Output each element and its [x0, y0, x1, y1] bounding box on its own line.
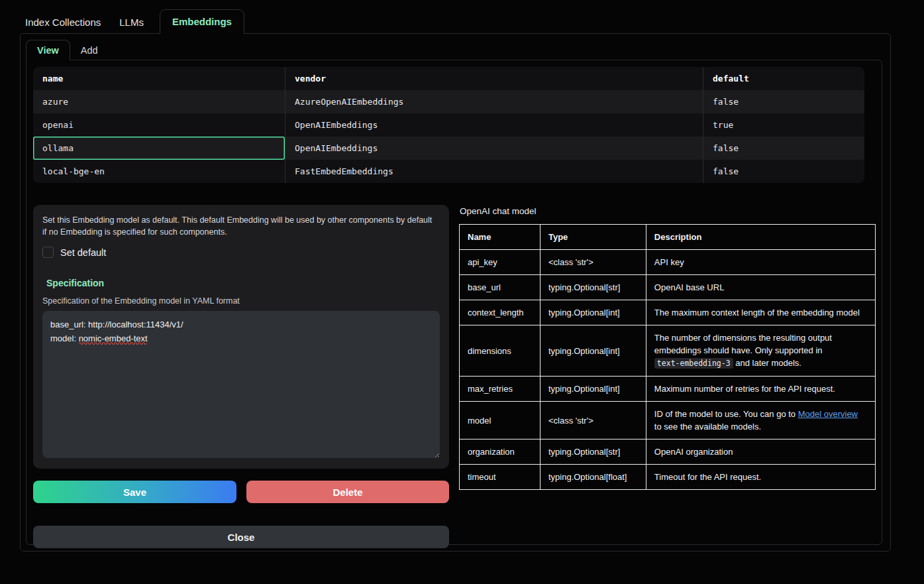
- param-description: OpenAI base URL: [646, 275, 875, 300]
- specification-heading: Specification: [46, 278, 440, 288]
- cell-name[interactable]: ollama: [33, 137, 285, 160]
- params-table: Name Type Description api_key<class 'str…: [459, 224, 876, 490]
- params-table-header: Name Type Description: [460, 225, 876, 250]
- tab-index-collections[interactable]: Index Collections: [20, 11, 110, 34]
- embedding-row-local-bge-en[interactable]: local-bge-enFastEmbedEmbeddingsfalse: [33, 160, 864, 183]
- param-row-timeout: timeouttyping.Optional[float]Timeout for…: [460, 465, 876, 490]
- tab-add[interactable]: Add: [70, 40, 109, 60]
- cell-name[interactable]: openai: [33, 113, 285, 137]
- param-type: <class 'str'>: [540, 402, 646, 439]
- embeddings-table: name vendor default azureAzureOpenAIEmbe…: [33, 67, 864, 183]
- param-row-organization: organizationtyping.Optional[str]OpenAI o…: [460, 439, 876, 465]
- param-name: max_retries: [460, 377, 540, 402]
- set-default-row: Set default: [42, 247, 440, 258]
- sub-tab-bar: View Add: [26, 40, 890, 60]
- yaml-spec-textarea[interactable]: base_url: http://localhost:11434/v1/ mod…: [42, 311, 440, 458]
- cell-name[interactable]: local-bge-en: [33, 160, 285, 183]
- set-default-checkbox[interactable]: [42, 247, 54, 258]
- description-text: Maximum number of retries for the API re…: [654, 384, 835, 394]
- embeddings-table-header: name vendor default: [33, 67, 864, 90]
- params-column-name: Name: [460, 225, 540, 250]
- inline-code: text-embedding-3: [654, 358, 733, 369]
- param-description: API key: [646, 250, 875, 275]
- top-tab-bar: Index Collections LLMs Embeddings: [20, 9, 924, 34]
- embeddings-panel: View Add name vendor default azureAzureO…: [20, 33, 891, 552]
- param-type: typing.Optional[int]: [540, 300, 646, 325]
- param-row-api_key: api_key<class 'str'>API key: [460, 250, 876, 275]
- column-header-name: name: [33, 67, 285, 90]
- description-text: and later models.: [733, 358, 801, 368]
- param-row-base_url: base_urltyping.Optional[str]OpenAI base …: [460, 275, 876, 300]
- cell-vendor[interactable]: OpenAIEmbeddings: [285, 137, 703, 160]
- param-row-max_retries: max_retriestyping.Optional[int]Maximum n…: [460, 377, 876, 402]
- param-name: context_length: [460, 300, 540, 325]
- specification-sublabel: Specification of the Embedding model in …: [42, 296, 440, 306]
- param-description: Maximum number of retries for the API re…: [646, 377, 875, 402]
- tab-view[interactable]: View: [26, 40, 70, 60]
- model-overview-link[interactable]: Model overview: [798, 409, 858, 419]
- column-header-vendor: vendor: [285, 67, 703, 90]
- param-description: The maximum context length of the embedd…: [646, 300, 875, 325]
- param-type: typing.Optional[int]: [540, 325, 646, 377]
- cell-vendor[interactable]: OpenAIEmbeddings: [285, 113, 703, 137]
- param-description: OpenAI organization: [646, 439, 875, 465]
- description-text: OpenAI base URL: [654, 282, 725, 292]
- set-default-label: Set default: [60, 247, 106, 258]
- description-text: ID of the model to use. You can go to: [654, 409, 798, 419]
- tab-embeddings[interactable]: Embeddings: [160, 9, 244, 34]
- param-name: base_url: [460, 275, 540, 300]
- param-description: Timeout for the API request.: [646, 465, 875, 490]
- param-type: <class 'str'>: [540, 250, 646, 275]
- cell-vendor[interactable]: AzureOpenAIEmbeddings: [285, 90, 703, 113]
- description-text: API key: [654, 257, 684, 267]
- param-name: timeout: [460, 465, 540, 490]
- default-settings-card: Set this Embedding model as default. Thi…: [33, 205, 449, 469]
- param-type: typing.Optional[str]: [540, 275, 646, 300]
- param-type: typing.Optional[str]: [540, 439, 646, 465]
- cell-default[interactable]: false: [703, 137, 864, 160]
- description-text: Timeout for the API request.: [654, 472, 761, 482]
- cell-default[interactable]: false: [703, 90, 864, 113]
- param-type: typing.Optional[float]: [540, 465, 646, 490]
- save-button[interactable]: Save: [33, 481, 236, 503]
- view-panel: name vendor default azureAzureOpenAIEmbe…: [26, 60, 882, 545]
- param-description: ID of the model to use. You can go to Mo…: [646, 402, 875, 439]
- params-panel-title: OpenAI chat model: [460, 206, 876, 216]
- description-text: The number of dimensions the resulting o…: [654, 333, 832, 355]
- page: Index Collections LLMs Embeddings View A…: [0, 0, 924, 584]
- param-row-dimensions: dimensionstyping.Optional[int]The number…: [460, 325, 876, 377]
- param-name: model: [460, 402, 540, 439]
- embedding-detail-column: Set this Embedding model as default. Thi…: [33, 205, 449, 548]
- cell-name[interactable]: azure: [33, 90, 285, 113]
- param-row-context_length: context_lengthtyping.Optional[int]The ma…: [460, 300, 876, 325]
- yaml-editor-wrap: base_url: http://localhost:11434/v1/ mod…: [42, 311, 440, 458]
- action-buttons-row: Save Delete: [33, 481, 449, 503]
- default-description: Set this Embedding model as default. Thi…: [42, 214, 433, 238]
- param-name: api_key: [460, 250, 540, 275]
- cell-vendor[interactable]: FastEmbedEmbeddings: [285, 160, 703, 183]
- tab-llms[interactable]: LLMs: [110, 11, 153, 34]
- param-row-model: model<class 'str'>ID of the model to use…: [460, 402, 876, 439]
- params-column: OpenAI chat model Name Type Description …: [459, 205, 876, 548]
- description-text: OpenAI organization: [654, 447, 733, 457]
- delete-button[interactable]: Delete: [246, 481, 449, 503]
- params-column-description: Description: [646, 225, 875, 250]
- param-type: typing.Optional[int]: [540, 377, 646, 402]
- embedding-row-openai[interactable]: openaiOpenAIEmbeddingstrue: [33, 113, 864, 137]
- params-column-type: Type: [540, 225, 646, 250]
- embedding-row-ollama[interactable]: ollamaOpenAIEmbeddingsfalse: [33, 137, 864, 160]
- cell-default[interactable]: true: [703, 113, 864, 137]
- description-text: to see the available models.: [654, 422, 761, 432]
- param-description: The number of dimensions the resulting o…: [646, 325, 875, 377]
- param-name: organization: [460, 439, 540, 465]
- close-button[interactable]: Close: [33, 526, 449, 548]
- column-header-default: default: [703, 67, 864, 90]
- cell-default[interactable]: false: [703, 160, 864, 183]
- embedding-row-azure[interactable]: azureAzureOpenAIEmbeddingsfalse: [33, 90, 864, 113]
- param-name: dimensions: [460, 325, 540, 377]
- description-text: The maximum context length of the embedd…: [654, 308, 860, 318]
